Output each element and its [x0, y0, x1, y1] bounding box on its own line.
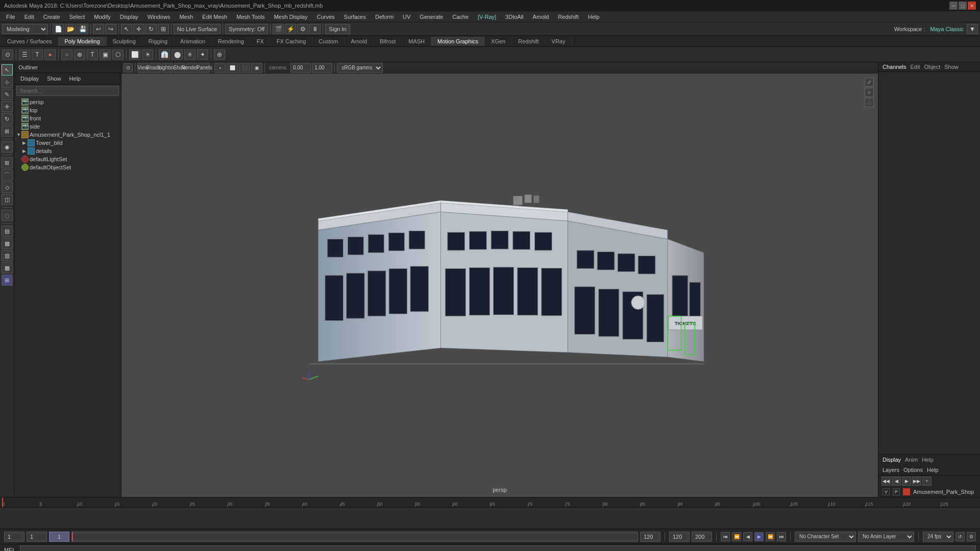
tab-motion-graphics[interactable]: Motion Graphics	[431, 37, 485, 46]
tb2-icon12[interactable]: 👔	[159, 49, 170, 60]
tab-mash[interactable]: MASH	[402, 37, 431, 46]
viewport-canvas[interactable]: TICKETS	[121, 73, 878, 497]
tb2-icon3[interactable]: T	[32, 49, 43, 60]
channel-tab-show[interactable]: Show	[944, 64, 959, 70]
rotate-tool-icon[interactable]: ↻	[2, 113, 13, 124]
channel-tab-object[interactable]: Object	[924, 64, 940, 70]
menu-help[interactable]: Help	[584, 13, 604, 21]
snap-curve-icon[interactable]: ⌒	[2, 169, 13, 181]
select-tool-icon[interactable]: ↖	[2, 64, 13, 76]
move-tool[interactable]: ✛	[133, 24, 144, 34]
tab-custom[interactable]: Custom	[312, 37, 345, 46]
undo-button[interactable]: ↩	[93, 24, 104, 34]
layer-fwd-btn[interactable]: ▶	[902, 477, 911, 486]
rotate-tool[interactable]: ↻	[145, 24, 157, 34]
tb2-icon11[interactable]: ☀	[142, 49, 153, 60]
nav-maximize[interactable]: ⤢	[865, 78, 874, 87]
tb2-icon6[interactable]: ⊕	[74, 49, 85, 60]
vp-lighting-menu[interactable]: Lighting	[162, 63, 173, 73]
symmetry-button[interactable]: Symmetry: Off	[225, 24, 268, 34]
layer-name[interactable]: Amusement_Park_Shop	[913, 489, 974, 495]
menu-arnold[interactable]: Arnold	[529, 13, 553, 21]
vp-panels-menu[interactable]: Panels	[199, 63, 210, 73]
paint-select-icon[interactable]: ✎	[2, 89, 13, 100]
mel-input[interactable]	[20, 545, 976, 552]
snap-surface-icon[interactable]: ◫	[2, 194, 13, 205]
tab-curves-surfaces[interactable]: Curves / Surfaces	[1, 37, 58, 46]
tb2-icon15[interactable]: ✦	[197, 49, 208, 60]
menu-generate[interactable]: Generate	[415, 13, 447, 21]
play-btn[interactable]: ▶	[754, 532, 764, 541]
redo-button[interactable]: ↪	[105, 24, 116, 34]
layers-menu-item[interactable]: Layers	[883, 467, 899, 473]
tree-item-details[interactable]: ▶ details	[14, 147, 121, 155]
tree-item-side[interactable]: 📷 side	[14, 122, 121, 131]
ipr-button[interactable]: ⚡	[285, 24, 296, 34]
scale-tool[interactable]: ⊞	[158, 24, 169, 34]
no-live-surface-button[interactable]: No Live Surface	[174, 24, 220, 34]
lasso-tool-icon[interactable]: ⊹	[2, 77, 13, 88]
character-set-select[interactable]: No Character Set	[795, 532, 856, 542]
time-ruler[interactable]: (function() { const ruler = document.get…	[0, 497, 980, 508]
step-back-btn[interactable]: ⏪	[732, 532, 741, 541]
menu-modify[interactable]: Modify	[90, 13, 114, 21]
tb2-icon13[interactable]: ⬤	[172, 49, 183, 60]
nav-bookmark[interactable]: ☆	[865, 88, 874, 97]
workspace-dropdown[interactable]: ▼	[967, 24, 978, 34]
tree-item-defaultobjectset[interactable]: defaultObjectSet	[14, 163, 121, 171]
layers-help[interactable]: Help	[927, 467, 939, 473]
gamma-selector[interactable]: sRGB gamma	[337, 63, 383, 73]
tab-redshift[interactable]: Redshift	[512, 37, 545, 46]
help-tab[interactable]: Help	[922, 457, 934, 463]
anim-end2-input[interactable]	[692, 532, 712, 542]
layer-visibility-p[interactable]: P	[893, 488, 900, 495]
vp-display-toggle[interactable]: ▪	[214, 63, 226, 73]
tab-xgen[interactable]: XGen	[485, 37, 512, 46]
scale-tool-icon[interactable]: ⊞	[2, 126, 13, 137]
tree-item-amusement[interactable]: ▼ Amusement_Park_Shop_ncl1_1	[14, 131, 121, 139]
menu-uv[interactable]: UV	[399, 13, 414, 21]
menu-surfaces[interactable]: Surfaces	[340, 13, 370, 21]
vp-textured-btn[interactable]: ▣	[251, 63, 262, 73]
tab-fx-caching[interactable]: FX Caching	[271, 37, 312, 46]
vp-shaded-btn[interactable]: ⬛	[239, 63, 250, 73]
menu-edit[interactable]: Edit	[20, 13, 38, 21]
xray-icon[interactable]: ◌	[2, 210, 13, 221]
layer-add-btn[interactable]: +	[922, 477, 932, 486]
anim-tab[interactable]: Anim	[905, 457, 918, 463]
timeline-slider[interactable]	[71, 532, 638, 542]
menu-file[interactable]: File	[2, 13, 19, 21]
layer-prev-btn[interactable]: ◀◀	[881, 477, 891, 486]
vp-wireframe-btn[interactable]: ⬜	[227, 63, 238, 73]
snap-grid-icon[interactable]: ⊞	[2, 157, 13, 168]
layer-back-btn[interactable]: ◀	[892, 477, 901, 486]
search-input[interactable]	[16, 86, 119, 96]
loop-btn[interactable]: ↺	[955, 532, 965, 541]
panel-icon3[interactable]: ▥	[2, 250, 13, 261]
menu-mesh-display[interactable]: Mesh Display	[270, 13, 312, 21]
tb2-icon10[interactable]: ⬜	[129, 49, 140, 60]
menu-3dtoall[interactable]: 3DtoAll	[501, 13, 527, 21]
menu-edit-mesh[interactable]: Edit Mesh	[198, 13, 231, 21]
new-scene-button[interactable]: 📄	[53, 24, 64, 34]
save-button[interactable]: 💾	[77, 24, 88, 34]
tb2-icon8[interactable]: ▣	[100, 49, 111, 60]
move-tool-icon[interactable]: ✛	[2, 101, 13, 112]
render-button[interactable]: 🎬	[273, 24, 284, 34]
menu-create[interactable]: Create	[39, 13, 64, 21]
tab-sculpting[interactable]: Sculpting	[107, 37, 142, 46]
menu-select[interactable]: Select	[65, 13, 89, 21]
tb2-icon7[interactable]: T	[87, 49, 98, 60]
tree-item-persp[interactable]: 📷 persp	[14, 98, 121, 106]
anim-settings-btn[interactable]: ⚙	[967, 532, 976, 541]
outliner-menu-show[interactable]: Show	[45, 74, 63, 83]
maximize-button[interactable]: □	[959, 2, 967, 10]
channel-tab-channels[interactable]: Channels	[883, 64, 906, 70]
soft-select-icon[interactable]: ◉	[2, 141, 13, 153]
tree-item-tower[interactable]: ▶ Tower_bild	[14, 139, 121, 147]
panel-icon1[interactable]: ▤	[2, 226, 13, 237]
tb2-icon2[interactable]: ☰	[19, 49, 30, 60]
vp-camera-icon[interactable]: ⊙	[124, 63, 133, 72]
vp-renderer-menu[interactable]: Renderer	[186, 63, 198, 73]
tab-animation[interactable]: Animation	[174, 37, 212, 46]
